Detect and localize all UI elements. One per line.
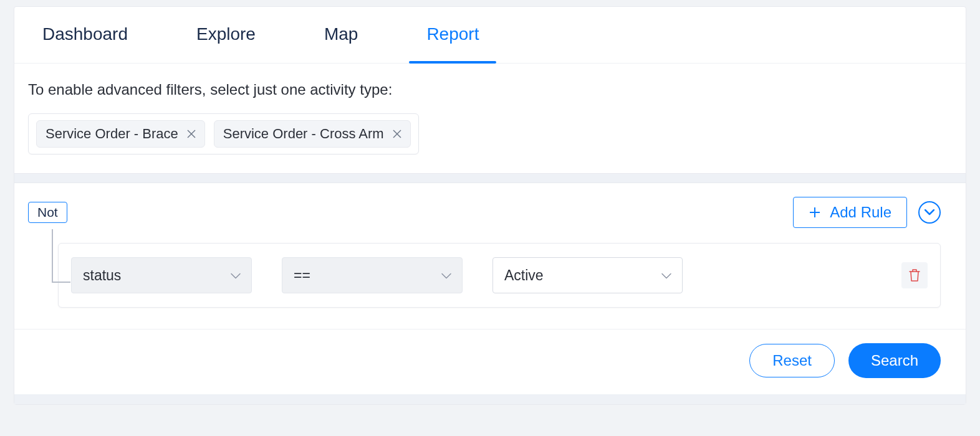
activity-type-section: To enable advanced filters, select just … bbox=[14, 64, 966, 173]
rule-field-value: status bbox=[83, 267, 121, 284]
not-toggle[interactable]: Not bbox=[28, 202, 67, 223]
tab-report[interactable]: Report bbox=[426, 7, 479, 63]
reset-button[interactable]: Reset bbox=[749, 344, 835, 377]
section-divider bbox=[14, 173, 966, 183]
trash-icon bbox=[908, 268, 921, 282]
rule-field-select[interactable]: status bbox=[71, 257, 252, 293]
rule-row: status == Active bbox=[58, 243, 941, 308]
activity-type-input[interactable]: Service Order - Brace Service Order - Cr… bbox=[28, 113, 419, 154]
chevron-down-icon bbox=[925, 209, 934, 216]
chevron-down-icon bbox=[661, 267, 672, 284]
close-icon[interactable] bbox=[187, 130, 196, 138]
hint-text: To enable advanced filters, select just … bbox=[28, 81, 952, 98]
rule-operator-value: == bbox=[294, 267, 310, 284]
plus-icon bbox=[809, 206, 821, 219]
search-button[interactable]: Search bbox=[848, 343, 941, 378]
chip-label: Service Order - Cross Arm bbox=[223, 126, 384, 142]
chip-service-order-brace: Service Order - Brace bbox=[36, 120, 205, 148]
bottom-divider bbox=[14, 394, 966, 404]
tab-map[interactable]: Map bbox=[324, 7, 358, 63]
tab-dashboard[interactable]: Dashboard bbox=[42, 7, 128, 63]
footer-actions: Reset Search bbox=[14, 329, 966, 394]
close-icon[interactable] bbox=[393, 130, 401, 138]
add-rule-label: Add Rule bbox=[830, 204, 891, 221]
rule-builder: Not Add Rule status bbox=[14, 183, 966, 329]
delete-rule-button[interactable] bbox=[901, 262, 928, 288]
chevron-down-icon bbox=[230, 267, 241, 284]
chip-service-order-cross-arm: Service Order - Cross Arm bbox=[214, 120, 411, 148]
rule-value-select[interactable]: Active bbox=[492, 257, 683, 293]
tree-connector bbox=[52, 229, 53, 282]
rule-value-text: Active bbox=[504, 267, 544, 284]
tab-explore[interactable]: Explore bbox=[196, 7, 256, 63]
tree-connector bbox=[52, 282, 70, 283]
expand-button[interactable] bbox=[918, 201, 941, 224]
add-rule-button[interactable]: Add Rule bbox=[793, 197, 907, 228]
tabs: Dashboard Explore Map Report bbox=[14, 7, 966, 64]
chip-label: Service Order - Brace bbox=[46, 126, 178, 142]
rule-operator-select[interactable]: == bbox=[282, 257, 463, 293]
chevron-down-icon bbox=[441, 267, 452, 284]
